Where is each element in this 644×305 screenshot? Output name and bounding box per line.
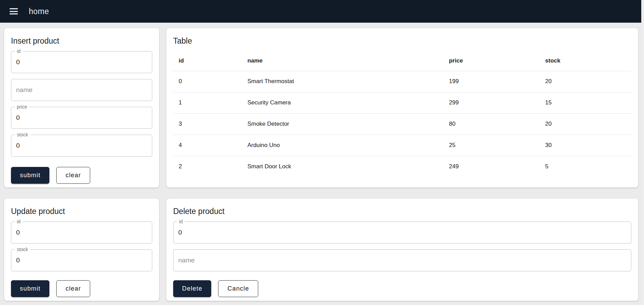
delete-button[interactable]: Delete: [173, 280, 211, 297]
table-row: 4 Arduino Uno 25 30: [173, 135, 631, 156]
table-card-title: Table: [173, 36, 631, 46]
insert-card-title: Insert product: [11, 36, 152, 46]
cell-id: 0: [173, 71, 242, 92]
page-title: home: [29, 7, 49, 16]
cell-name: Smoke Detector: [242, 113, 443, 135]
insert-price-input[interactable]: [11, 107, 152, 128]
insert-id-label: id: [15, 48, 23, 54]
menu-icon[interactable]: [10, 8, 18, 14]
cell-stock: 30: [540, 135, 631, 156]
delete-card-title: Delete product: [173, 207, 631, 216]
column-header-name: name: [242, 51, 443, 71]
update-id-input[interactable]: [11, 222, 152, 243]
cell-id: 3: [173, 113, 242, 135]
cell-id: 2: [173, 156, 242, 177]
cell-name: Smart Thermostat: [242, 71, 443, 92]
insert-price-field: price: [11, 107, 152, 129]
column-header-id: id: [173, 51, 242, 71]
delete-name-field: [173, 249, 631, 271]
table-row: 2 Smart Door Lock 249 5: [173, 156, 631, 177]
delete-buttons: Delete Cancle: [173, 280, 631, 297]
cell-stock: 20: [540, 113, 631, 135]
update-stock-input[interactable]: [11, 250, 152, 271]
cell-price: 299: [443, 92, 540, 113]
cell-id: 4: [173, 135, 242, 156]
update-stock-label: stock: [15, 247, 30, 252]
update-id-field: id: [11, 222, 152, 244]
cell-name: Smart Door Lock: [242, 156, 443, 177]
cell-price: 25: [443, 135, 540, 156]
appbar: home: [0, 0, 644, 23]
table-row: 1 Security Camera 299 15: [173, 92, 631, 113]
insert-stock-input[interactable]: [11, 135, 152, 156]
cell-id: 1: [173, 92, 242, 113]
cancel-button[interactable]: Cancle: [218, 280, 258, 297]
main-content: Insert product id price stock submit cle…: [4, 28, 638, 301]
update-card-title: Update product: [11, 207, 152, 216]
cell-stock: 5: [540, 156, 631, 177]
cell-price: 249: [443, 156, 540, 177]
cell-name: Arduino Uno: [242, 135, 443, 156]
insert-stock-label: stock: [15, 132, 30, 137]
cell-stock: 20: [540, 71, 631, 92]
delete-id-field: id: [173, 222, 631, 244]
table-header-row: id name price stock: [173, 51, 631, 71]
table-row: 0 Smart Thermostat 199 20: [173, 71, 631, 92]
insert-name-input[interactable]: [11, 79, 152, 101]
update-clear-button[interactable]: clear: [56, 280, 90, 297]
update-id-label: id: [15, 219, 23, 224]
delete-id-input[interactable]: [174, 222, 631, 243]
update-submit-button[interactable]: submit: [11, 280, 49, 297]
update-product-card: Update product id stock submit clear: [4, 199, 159, 301]
insert-id-input[interactable]: [11, 52, 152, 73]
table-card: Table id name price stock 0 Smart Thermo…: [166, 28, 638, 188]
delete-name-input[interactable]: [174, 250, 631, 271]
column-header-price: price: [443, 51, 540, 71]
table-row: 3 Smoke Detector 80 20: [173, 113, 631, 135]
insert-buttons: submit clear: [11, 167, 152, 184]
cell-price: 199: [443, 71, 540, 92]
insert-id-field: id: [11, 51, 152, 73]
insert-name-field: [11, 79, 152, 101]
insert-price-label: price: [15, 104, 29, 110]
cell-name: Security Camera: [242, 92, 443, 113]
insert-clear-button[interactable]: clear: [56, 167, 90, 184]
insert-stock-field: stock: [11, 135, 152, 157]
update-buttons: submit clear: [11, 280, 152, 297]
column-header-stock: stock: [540, 51, 631, 71]
update-stock-field: stock: [11, 249, 152, 271]
delete-product-card: Delete product id Delete Cancle: [166, 199, 638, 301]
insert-submit-button[interactable]: submit: [11, 167, 49, 184]
products-table: id name price stock 0 Smart Thermostat 1…: [173, 51, 631, 177]
delete-id-label: id: [177, 219, 185, 224]
scrollbar-track[interactable]: [641, 0, 644, 305]
insert-product-card: Insert product id price stock submit cle…: [4, 28, 159, 188]
cell-price: 80: [443, 113, 540, 135]
cell-stock: 15: [540, 92, 631, 113]
